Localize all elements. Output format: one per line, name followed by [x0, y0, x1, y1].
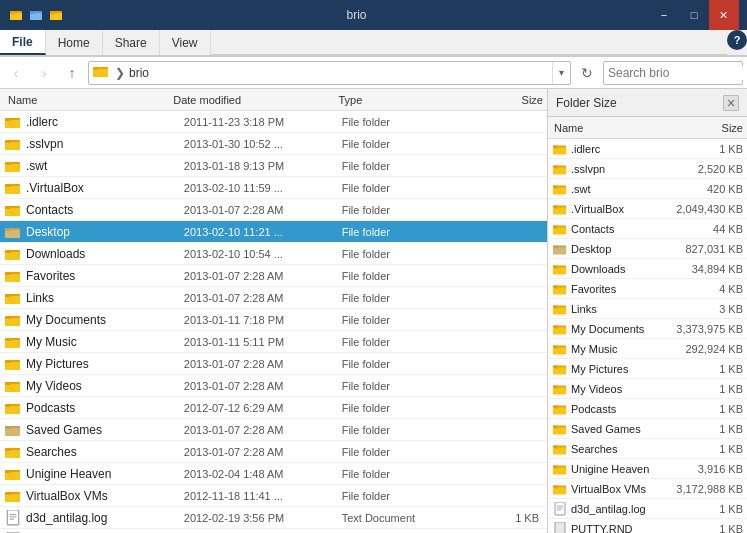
- table-row[interactable]: Favorites 2013-01-07 2:28 AM File folder: [0, 265, 547, 287]
- table-row[interactable]: .VirtualBox 2013-02-10 11:59 ... File fo…: [0, 177, 547, 199]
- file-size: 1 KB: [460, 512, 547, 524]
- forward-button[interactable]: ›: [32, 61, 56, 85]
- list-item[interactable]: My Documents 3,373,975 KB: [548, 319, 747, 339]
- file-icon: [4, 465, 22, 483]
- col-header-size[interactable]: Size: [460, 94, 547, 106]
- table-row[interactable]: Downloads 2013-02-10 10:54 ... File fold…: [0, 243, 547, 265]
- app-icon-1: [8, 7, 24, 23]
- tab-home[interactable]: Home: [46, 30, 103, 55]
- table-row[interactable]: d3d_antilag.log 2012-02-19 3:56 PM Text …: [0, 507, 547, 529]
- table-row[interactable]: Unigine Heaven 2013-02-04 1:48 AM File f…: [0, 463, 547, 485]
- table-row[interactable]: Saved Games 2013-01-07 2:28 AM File fold…: [0, 419, 547, 441]
- table-row[interactable]: My Videos 2013-01-07 2:28 AM File folder: [0, 375, 547, 397]
- list-item[interactable]: VirtualBox VMs 3,172,988 KB: [548, 479, 747, 499]
- list-item[interactable]: .swt 420 KB: [548, 179, 747, 199]
- address-input[interactable]: [127, 66, 552, 80]
- table-row[interactable]: VirtualBox VMs 2012-11-18 11:41 ... File…: [0, 485, 547, 507]
- list-item[interactable]: .idlerc 1 KB: [548, 139, 747, 159]
- panel-col-header-size[interactable]: Size: [677, 122, 747, 134]
- file-icon: [4, 509, 22, 527]
- address-folder-icon: [89, 64, 113, 81]
- tab-share[interactable]: Share: [103, 30, 160, 55]
- panel-item-name: .swt: [571, 183, 677, 195]
- file-name: d3d_antilag.log: [26, 511, 184, 525]
- list-item[interactable]: d3d_antilag.log 1 KB: [548, 499, 747, 519]
- maximize-button[interactable]: □: [679, 0, 709, 30]
- list-item[interactable]: Podcasts 1 KB: [548, 399, 747, 419]
- file-icon: [4, 223, 22, 241]
- table-row[interactable]: My Pictures 2013-01-07 2:28 AM File fold…: [0, 353, 547, 375]
- file-type: File folder: [342, 160, 460, 172]
- panel-item-size: 1 KB: [677, 523, 747, 534]
- table-row[interactable]: .swt 2013-01-18 9:13 PM File folder: [0, 155, 547, 177]
- file-name: My Music: [26, 335, 184, 349]
- svg-rect-59: [5, 448, 11, 451]
- col-header-type[interactable]: Type: [334, 94, 460, 106]
- panel-col-header-name[interactable]: Name: [552, 122, 677, 134]
- tab-file[interactable]: File: [0, 30, 46, 55]
- list-item[interactable]: Unigine Heaven 3,916 KB: [548, 459, 747, 479]
- list-item[interactable]: My Pictures 1 KB: [548, 359, 747, 379]
- list-item[interactable]: Desktop 827,031 KB: [548, 239, 747, 259]
- file-date: 2013-01-07 2:28 AM: [184, 424, 342, 436]
- table-row[interactable]: Links 2013-01-07 2:28 AM File folder: [0, 287, 547, 309]
- panel-close-button[interactable]: ×: [723, 95, 739, 111]
- svg-rect-17: [5, 140, 11, 143]
- list-item[interactable]: My Videos 1 KB: [548, 379, 747, 399]
- panel-item-icon: [552, 181, 568, 197]
- list-item[interactable]: .VirtualBox 2,049,430 KB: [548, 199, 747, 219]
- panel-item-icon: [552, 221, 568, 237]
- close-button[interactable]: ✕: [709, 0, 739, 30]
- table-row[interactable]: My Documents 2013-01-11 7:18 PM File fol…: [0, 309, 547, 331]
- file-type: File folder: [342, 380, 460, 392]
- svg-rect-19: [5, 164, 20, 172]
- search-input[interactable]: [604, 66, 747, 80]
- minimize-button[interactable]: −: [649, 0, 679, 30]
- panel-item-name: My Videos: [571, 383, 677, 395]
- svg-rect-85: [553, 225, 558, 228]
- list-item[interactable]: Downloads 34,894 KB: [548, 259, 747, 279]
- table-row[interactable]: .sslvpn 2013-01-30 10:52 ... File folder: [0, 133, 547, 155]
- table-row[interactable]: Contacts 2013-01-07 2:28 AM File folder: [0, 199, 547, 221]
- address-dropdown-btn[interactable]: ▾: [552, 62, 570, 84]
- file-name: Saved Games: [26, 423, 184, 437]
- file-list: .idlerc 2011-11-23 3:18 PM File folder .…: [0, 111, 547, 533]
- file-icon: [4, 333, 22, 351]
- panel-item-name: Saved Games: [571, 423, 677, 435]
- table-row[interactable]: Podcasts 2012-07-12 6:29 AM File folder: [0, 397, 547, 419]
- table-row[interactable]: .idlerc 2011-11-23 3:18 PM File folder: [0, 111, 547, 133]
- svg-rect-50: [5, 382, 11, 385]
- refresh-button[interactable]: ↻: [575, 61, 599, 85]
- panel-item-icon: [552, 141, 568, 157]
- file-date: 2013-01-07 2:28 AM: [184, 204, 342, 216]
- list-item[interactable]: Searches 1 KB: [548, 439, 747, 459]
- panel-item-size: 4 KB: [677, 283, 747, 295]
- file-date: 2012-11-18 11:41 ...: [184, 490, 342, 502]
- table-row[interactable]: PUTTY.RND 2013-02-10 10:51 ... RND File …: [0, 529, 547, 533]
- file-icon: [4, 399, 22, 417]
- list-item[interactable]: .sslvpn 2,520 KB: [548, 159, 747, 179]
- list-item[interactable]: PUTTY.RND 1 KB: [548, 519, 747, 533]
- col-header-date[interactable]: Date modified: [169, 94, 334, 106]
- up-button[interactable]: ↑: [60, 61, 84, 85]
- col-header-name[interactable]: Name: [4, 94, 169, 106]
- file-name: VirtualBox VMs: [26, 489, 184, 503]
- list-item[interactable]: Favorites 4 KB: [548, 279, 747, 299]
- table-row[interactable]: My Music 2013-01-11 5:11 PM File folder: [0, 331, 547, 353]
- svg-rect-99: [553, 327, 566, 334]
- svg-rect-129: [555, 522, 565, 534]
- panel-item-size: 1 KB: [677, 143, 747, 155]
- table-row[interactable]: Desktop 2013-02-10 11:21 ... File folder: [0, 221, 547, 243]
- list-item[interactable]: My Music 292,924 KB: [548, 339, 747, 359]
- svg-rect-4: [30, 13, 42, 20]
- list-item[interactable]: Links 3 KB: [548, 299, 747, 319]
- list-item[interactable]: Saved Games 1 KB: [548, 419, 747, 439]
- file-date: 2013-01-07 2:28 AM: [184, 358, 342, 370]
- table-row[interactable]: Searches 2013-01-07 2:28 AM File folder: [0, 441, 547, 463]
- tab-view[interactable]: View: [160, 30, 211, 55]
- back-button[interactable]: ‹: [4, 61, 28, 85]
- help-button[interactable]: ?: [727, 30, 747, 50]
- svg-rect-73: [553, 145, 558, 148]
- file-type: File folder: [342, 138, 460, 150]
- list-item[interactable]: Contacts 44 KB: [548, 219, 747, 239]
